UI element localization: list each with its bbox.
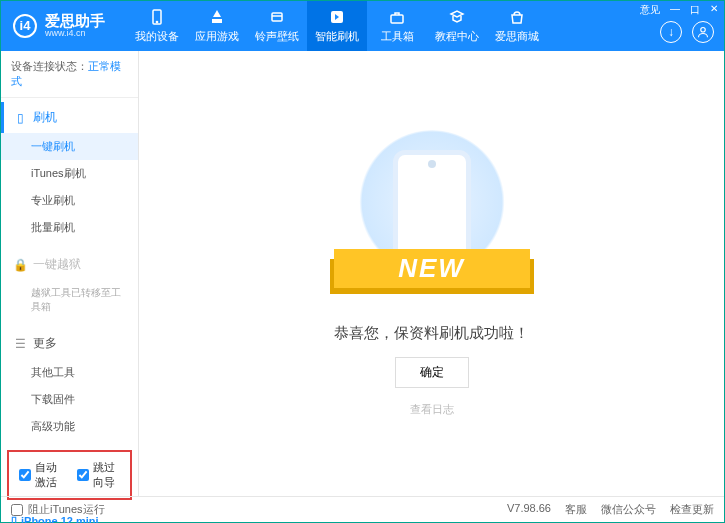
sidebar-item-oneclick-flash[interactable]: 一键刷机 [1, 133, 138, 160]
device-status: 设备连接状态：正常模式 [1, 51, 138, 98]
ringtone-icon [268, 8, 286, 26]
menu-icon: ☰ [13, 337, 27, 351]
nav-store[interactable]: 爱思商城 [487, 1, 547, 51]
sidebar-item-download-firmware[interactable]: 下载固件 [1, 386, 138, 413]
svg-point-6 [701, 28, 706, 33]
view-log-link[interactable]: 查看日志 [410, 402, 454, 417]
titlebar-actions: ↓ [660, 21, 714, 43]
brand-name: 爱思助手 [45, 13, 105, 30]
maximize-button[interactable]: 口 [690, 3, 700, 17]
user-button[interactable] [692, 21, 714, 43]
brand-url: www.i4.cn [45, 29, 105, 39]
app-window: i4 爱思助手 www.i4.cn 我的设备 应用游戏 铃声壁纸 智能刷机 工具… [0, 0, 725, 523]
toolbox-icon [388, 8, 406, 26]
nav-tutorial[interactable]: 教程中心 [427, 1, 487, 51]
logo-icon: i4 [13, 14, 37, 38]
tutorial-icon [448, 8, 466, 26]
store-icon [508, 8, 526, 26]
titlebar: i4 爱思助手 www.i4.cn 我的设备 应用游戏 铃声壁纸 智能刷机 工具… [1, 1, 724, 51]
sidebar-section-more[interactable]: ☰ 更多 [1, 328, 138, 359]
sidebar-section-jailbreak: 🔒 一键越狱 [1, 249, 138, 280]
success-message: 恭喜您，保资料刷机成功啦！ [334, 324, 529, 343]
check-update-link[interactable]: 检查更新 [670, 502, 714, 517]
new-ribbon: NEW [334, 249, 530, 288]
sidebar-item-batch-flash[interactable]: 批量刷机 [1, 214, 138, 241]
nav-apps[interactable]: 应用游戏 [187, 1, 247, 51]
svg-point-1 [156, 21, 157, 22]
ok-button[interactable]: 确定 [395, 357, 469, 388]
sidebar-section-flash[interactable]: ▯ 刷机 [1, 102, 138, 133]
sidebar: 设备连接状态：正常模式 ▯ 刷机 一键刷机 iTunes刷机 专业刷机 批量刷机… [1, 51, 139, 496]
main-nav: 我的设备 应用游戏 铃声壁纸 智能刷机 工具箱 教程中心 爱思商城 [127, 1, 547, 51]
feedback-link[interactable]: 意见 [640, 3, 660, 17]
nav-toolbox[interactable]: 工具箱 [367, 1, 427, 51]
svg-rect-2 [212, 19, 222, 23]
phone-icon: ▯ [13, 111, 27, 125]
auto-activate-checkbox[interactable]: 自动激活 [19, 460, 63, 490]
close-button[interactable]: ✕ [710, 3, 718, 17]
block-itunes-checkbox[interactable]: 阻止iTunes运行 [11, 502, 105, 517]
main-content: NEW 恭喜您，保资料刷机成功啦！ 确定 查看日志 [139, 51, 724, 496]
minimize-button[interactable]: — [670, 3, 680, 17]
sidebar-item-advanced[interactable]: 高级功能 [1, 413, 138, 440]
brand: i4 爱思助手 www.i4.cn [1, 13, 117, 39]
svg-rect-3 [272, 13, 282, 21]
version-label: V7.98.66 [507, 502, 551, 517]
success-illustration: NEW [352, 130, 512, 310]
statusbar: 阻止iTunes运行 V7.98.66 客服 微信公众号 检查更新 [1, 496, 724, 522]
sidebar-jailbreak-note: 越狱工具已转移至工具箱 [1, 280, 138, 320]
window-controls: 意见 — 口 ✕ [640, 3, 718, 17]
phone-icon [148, 8, 166, 26]
sidebar-item-other-tools[interactable]: 其他工具 [1, 359, 138, 386]
download-button[interactable]: ↓ [660, 21, 682, 43]
skip-guide-checkbox[interactable]: 跳过向导 [77, 460, 121, 490]
flash-icon [328, 8, 346, 26]
sidebar-item-pro-flash[interactable]: 专业刷机 [1, 187, 138, 214]
customer-service-link[interactable]: 客服 [565, 502, 587, 517]
nav-flash[interactable]: 智能刷机 [307, 1, 367, 51]
sidebar-item-itunes-flash[interactable]: iTunes刷机 [1, 160, 138, 187]
svg-rect-5 [391, 15, 403, 23]
lock-icon: 🔒 [13, 258, 27, 272]
wechat-link[interactable]: 微信公众号 [601, 502, 656, 517]
nav-my-device[interactable]: 我的设备 [127, 1, 187, 51]
flash-options: 自动激活 跳过向导 [7, 450, 132, 500]
nav-ringtone[interactable]: 铃声壁纸 [247, 1, 307, 51]
apps-icon [208, 8, 226, 26]
